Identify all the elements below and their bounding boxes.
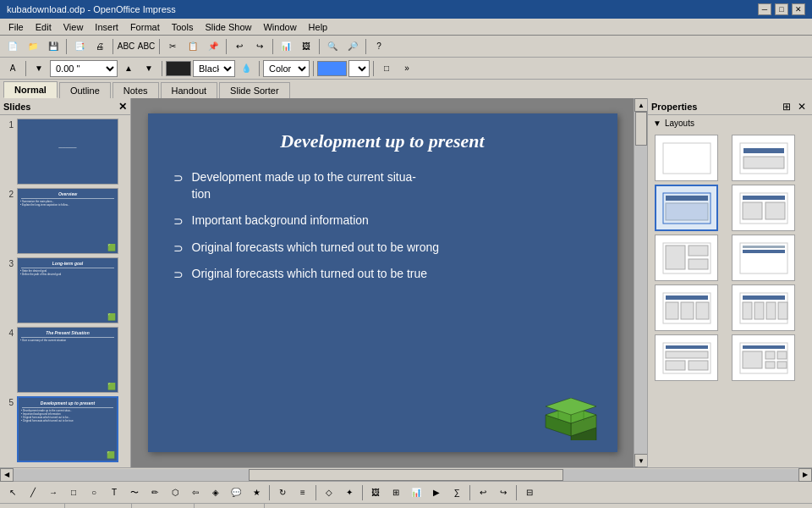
size-down-button[interactable]: ▼ bbox=[140, 59, 158, 78]
layout-8[interactable] bbox=[732, 284, 795, 331]
navigator-button[interactable]: 🔍 bbox=[323, 37, 342, 56]
main-slide[interactable]: Development up to present ⊃ Development … bbox=[148, 113, 617, 452]
chart-button[interactable]: 📊 bbox=[277, 37, 295, 56]
copy-button[interactable]: 📋 bbox=[184, 37, 202, 56]
color-mode-select[interactable]: Color bbox=[263, 60, 310, 77]
redo-button[interactable]: ↪ bbox=[250, 37, 269, 56]
slides-panel-close[interactable]: ✕ bbox=[118, 101, 127, 113]
spellcheck2-button[interactable]: ABC bbox=[137, 37, 156, 56]
curve-tool[interactable]: 〜 bbox=[125, 483, 144, 502]
slide-thumb-1[interactable]: 1 ───── bbox=[3, 119, 127, 185]
tab-slide-sorter[interactable]: Slide Sorter bbox=[219, 82, 289, 98]
callout-button[interactable]: 💬 bbox=[227, 483, 245, 502]
layout-10[interactable] bbox=[732, 334, 795, 381]
slide-thumb-2[interactable]: 2 Overview • Summarize the main plans...… bbox=[3, 188, 127, 254]
flowchart-button[interactable]: ◈ bbox=[206, 483, 225, 502]
stars-button[interactable]: ★ bbox=[247, 483, 266, 502]
open-button[interactable]: 📁 bbox=[24, 37, 42, 56]
undo2-button[interactable]: ↩ bbox=[474, 483, 492, 502]
help-button[interactable]: ? bbox=[370, 37, 388, 56]
font-size-select[interactable]: 0.00 " bbox=[50, 60, 118, 77]
shapes-button[interactable]: ⬡ bbox=[166, 483, 184, 502]
menu-tools[interactable]: Tools bbox=[167, 20, 199, 34]
hscroll-left-button[interactable]: ◀ bbox=[0, 468, 14, 482]
vscroll-up-button[interactable]: ▲ bbox=[634, 98, 648, 112]
slide-thumb-4[interactable]: 4 The Present Situation • Give a summary… bbox=[3, 327, 127, 393]
rotate-button[interactable]: ↻ bbox=[273, 483, 292, 502]
ellipse-tool[interactable]: ○ bbox=[85, 483, 103, 502]
redo2-button[interactable]: ↪ bbox=[494, 483, 513, 502]
slides-list[interactable]: 1 ───── 2 Overview • Summarize the main … bbox=[0, 115, 130, 467]
maximize-button[interactable]: □ bbox=[775, 3, 788, 15]
layouts-section-header[interactable]: ▼ Layouts bbox=[648, 115, 812, 131]
text-style-button[interactable]: A bbox=[3, 59, 22, 78]
cut-button[interactable]: ✂ bbox=[163, 37, 182, 56]
layout-blank[interactable] bbox=[655, 135, 718, 181]
menu-insert[interactable]: Insert bbox=[90, 20, 123, 34]
layout-two-content[interactable] bbox=[732, 185, 795, 231]
insert-chart-button[interactable]: 📊 bbox=[407, 483, 425, 502]
text-tool[interactable]: T bbox=[105, 483, 123, 502]
menu-edit[interactable]: Edit bbox=[30, 20, 57, 34]
properties-close-button[interactable]: ✕ bbox=[795, 100, 809, 113]
close-button[interactable]: ✕ bbox=[792, 3, 805, 15]
eyedropper-button[interactable]: 💧 bbox=[237, 59, 255, 78]
slide-thumb-5[interactable]: 5 Development up to present • Developmen… bbox=[3, 396, 127, 462]
insert-media-button[interactable]: ▶ bbox=[427, 483, 446, 502]
pdf-button[interactable]: 📑 bbox=[70, 37, 89, 56]
slide-vscrollbar[interactable]: ▲ ▼ bbox=[634, 98, 647, 467]
hscroll-track[interactable] bbox=[14, 469, 798, 481]
select-tool[interactable]: ↖ bbox=[3, 483, 22, 502]
undo-button[interactable]: ↩ bbox=[230, 37, 249, 56]
size-up-button[interactable]: ▲ bbox=[119, 59, 138, 78]
tab-notes[interactable]: Notes bbox=[112, 82, 159, 98]
menu-window[interactable]: Window bbox=[258, 20, 301, 34]
scrollbar-toggle[interactable]: ⊟ bbox=[520, 483, 539, 502]
arrow-tool[interactable]: → bbox=[44, 483, 63, 502]
menu-format[interactable]: Format bbox=[125, 20, 165, 34]
menu-slideshow[interactable]: Slide Show bbox=[200, 20, 256, 34]
fill-dropdown[interactable]: 1 bbox=[348, 60, 370, 77]
layout-5[interactable] bbox=[655, 235, 718, 281]
insert-formula-button[interactable]: ∑ bbox=[447, 483, 466, 502]
print-button[interactable]: 🖨 bbox=[91, 37, 109, 56]
slide-preview-2[interactable]: Overview • Summarize the main plans... •… bbox=[17, 188, 118, 254]
properties-undock-button[interactable]: ⊞ bbox=[780, 100, 793, 113]
layout-6[interactable] bbox=[732, 235, 795, 281]
insert-table-button[interactable]: ⊞ bbox=[387, 483, 405, 502]
freeform-tool[interactable]: ✏ bbox=[145, 483, 164, 502]
vscroll-track[interactable] bbox=[634, 112, 647, 454]
layout-9[interactable] bbox=[655, 334, 718, 381]
tab-outline[interactable]: Outline bbox=[59, 82, 111, 98]
style-dropdown-button[interactable]: ▼ bbox=[30, 59, 48, 78]
hscroll-thumb[interactable] bbox=[249, 469, 562, 481]
gallery-button[interactable]: 🖼 bbox=[297, 37, 315, 56]
slide-preview-3[interactable]: Long-term goal • State the desired goal … bbox=[17, 257, 118, 323]
hscroll-right-button[interactable]: ▶ bbox=[798, 468, 812, 482]
paste-button[interactable]: 📌 bbox=[204, 37, 222, 56]
vscroll-down-button[interactable]: ▼ bbox=[634, 454, 648, 467]
menu-view[interactable]: View bbox=[58, 20, 89, 34]
insert-image-button[interactable]: 🖼 bbox=[366, 483, 385, 502]
vscroll-thumb[interactable] bbox=[635, 112, 647, 146]
menu-help[interactable]: Help bbox=[304, 20, 333, 34]
slide-preview-5[interactable]: Development up to present • Development … bbox=[17, 396, 118, 462]
menu-file[interactable]: File bbox=[3, 20, 29, 34]
new-button[interactable]: 📄 bbox=[3, 37, 22, 56]
slide-preview-1[interactable]: ───── bbox=[17, 119, 118, 185]
points-button[interactable]: ◇ bbox=[320, 483, 338, 502]
color-name-select[interactable]: Black bbox=[193, 60, 235, 77]
line-tool[interactable]: ╱ bbox=[24, 483, 42, 502]
tab-normal[interactable]: Normal bbox=[3, 81, 58, 98]
layout-title-content[interactable] bbox=[655, 185, 718, 231]
layout-7[interactable] bbox=[655, 284, 718, 331]
search-button[interactable]: 🔎 bbox=[343, 37, 362, 56]
tab-handout[interactable]: Handout bbox=[161, 82, 218, 98]
hscrollbar[interactable]: ◀ ▶ bbox=[0, 467, 812, 481]
layout-title-only[interactable] bbox=[732, 135, 795, 181]
gluepoint-button[interactable]: ✦ bbox=[340, 483, 359, 502]
arrows-button[interactable]: ⇦ bbox=[186, 483, 205, 502]
slide-thumb-3[interactable]: 3 Long-term goal • State the desired goa… bbox=[3, 257, 127, 323]
more-button[interactable]: » bbox=[398, 59, 416, 78]
shadow-button[interactable]: □ bbox=[377, 59, 396, 78]
